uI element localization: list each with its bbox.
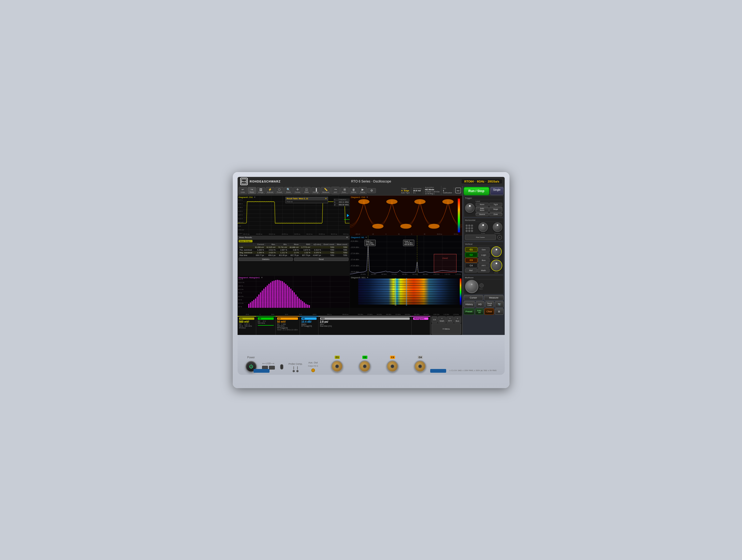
diagram-ch1-x-axis: -66.24 ns-49.68 ns-33.12 ns-16.55 ns16.5…: [243, 233, 349, 235]
connector-c2: C2: [359, 356, 371, 372]
camera-action-button[interactable]: 📷: [495, 301, 504, 307]
svg-rect-84: [251, 301, 253, 308]
clear-button[interactable]: Clear: [484, 308, 494, 315]
multiuse-knob[interactable]: [465, 280, 478, 293]
svg-rect-116: [305, 304, 307, 308]
connector-c3: C3: [386, 356, 398, 372]
settings-button[interactable]: ⚙: [367, 188, 376, 193]
multiuse-section: Multiuse Next: [464, 275, 504, 294]
horizontal-position-knob[interactable]: [493, 222, 502, 232]
cursor-action-button[interactable]: Cursor: [464, 295, 483, 300]
warning-text: ⚠ C1-C4: 1MΩ: ≤ 150V RMS, ≤ 200V pk; 50Ω…: [449, 370, 497, 372]
multiuse-sub-knob[interactable]: [479, 283, 484, 288]
zone-trigger-button[interactable]: Zone: [489, 213, 502, 216]
blue-foot-right: [430, 369, 446, 373]
bus-channel-button[interactable]: +Bus: [454, 317, 461, 323]
diagram-histogram-x-axis: -25 %025 %50 %75 %100 %551.2 µ954.83 nA: [246, 314, 349, 315]
ch4-button[interactable]: C4: [431, 317, 437, 323]
c3-vert-button[interactable]: C3: [465, 258, 478, 263]
bus-vert-button[interactable]: Bus: [478, 258, 489, 263]
image-button[interactable]: 🖼Image: [257, 187, 265, 194]
math-channel-button[interactable]: +Math: [438, 317, 446, 323]
horizontal-scale-knob[interactable]: [478, 222, 488, 232]
reset-button[interactable]: Reset: [294, 258, 349, 261]
c4-vert-button[interactable]: C4: [465, 263, 478, 268]
diagram-sg1-close[interactable]: ✕: [367, 276, 368, 279]
channel-strip: C1 560 mV/ DC 1.67 V 50 Ω 500 MHz RTZ510…: [237, 316, 462, 335]
svg-text:-37.44 dBm: -37.44 dBm: [351, 259, 359, 261]
gen-button[interactable]: Gen: [478, 247, 489, 252]
result-table-close[interactable]: ✕: [325, 198, 327, 200]
diagram-ch3-close[interactable]: ✕: [366, 196, 368, 199]
run-stop-button[interactable]: Run / Stop: [464, 187, 489, 195]
fft-button[interactable]: 〜FFT: [331, 187, 340, 194]
svg-rect-117: [307, 304, 308, 308]
vertical-position-knob[interactable]: [491, 246, 502, 257]
svg-text:112.5 %: 112.5 %: [238, 281, 245, 283]
source-button[interactable]: Source: [476, 213, 489, 216]
cursor-button[interactable]: ✛Cursor: [293, 187, 302, 194]
svg-rect-100: [278, 280, 279, 308]
horizontal-section-label: Horizontal: [465, 219, 502, 222]
redo-button[interactable]: ↪Redo: [248, 187, 256, 194]
peak-list-label: Peak list: [286, 200, 328, 203]
ref-button[interactable]: Ref: [465, 268, 477, 272]
preset-button[interactable]: ⬡Preset: [275, 187, 283, 194]
svg-rect-127: [358, 295, 459, 297]
preset-action-button[interactable]: Preset: [464, 308, 474, 315]
demo-button[interactable]: ▶Demo: [358, 187, 367, 194]
trigger-section: Trigger Level Norm Trg'd AutoNorm Slop: [464, 196, 504, 217]
usb-port-2: [269, 366, 275, 370]
trigger-level-knob[interactable]: [465, 203, 475, 213]
statistics-button[interactable]: Statistics: [238, 258, 293, 261]
result-table-header: Result Table: Meas 2, 12 ✕: [286, 197, 328, 200]
info-section: Info 1 Notification: [441, 187, 454, 194]
diagram-m1-close[interactable]: ✕: [365, 236, 367, 239]
audio-jack: [280, 364, 283, 370]
channel-c3-box: C3 50 mV/ DC 1 MΩ 500 MHz FFTmag(C3) RBW…: [276, 316, 300, 335]
trgd-button[interactable]: Trg'd: [489, 203, 502, 206]
connector-c1: C1: [331, 356, 343, 372]
single-button[interactable]: Single: [490, 187, 504, 195]
grid-view-button[interactable]: ⊞: [495, 308, 504, 315]
svg-rect-98: [275, 280, 276, 308]
svg-rect-123: [358, 286, 459, 288]
math-vert-button[interactable]: Math: [478, 268, 489, 272]
toolbar: ↩Undo ↪Redo 🖼Image ⚡Autoset ⬡Preset 🔍Zoo…: [237, 186, 462, 195]
zoom-knob-small[interactable]: +: [497, 235, 502, 240]
menu-button[interactable]: ≡ Menu: [431, 324, 461, 334]
meas-results-close[interactable]: ✕: [346, 236, 348, 239]
measure-button[interactable]: 📏Measure: [321, 187, 331, 194]
auto-norm-button[interactable]: AutoNorm: [476, 207, 489, 212]
svg-point-32: [358, 199, 370, 204]
vertical-scale-knob[interactable]: [491, 260, 502, 271]
svg-rect-126: [358, 293, 459, 295]
mask-button[interactable]: ◫Mask: [302, 187, 311, 194]
measure-action-button[interactable]: Measure: [484, 295, 504, 300]
hd-button[interactable]: HD: [476, 301, 484, 307]
svg-rect-91: [263, 289, 264, 308]
c1-vert-button[interactable]: C1: [465, 247, 478, 252]
zoom-button[interactable]: 🔍Zoom: [284, 187, 293, 194]
slope-button[interactable]: Slope: [489, 207, 502, 212]
touch-lock-button[interactable]: Touch Lock: [485, 301, 494, 307]
fine-coarse-button[interactable]: Fine Coarse: [465, 235, 496, 240]
trigger-info: Trigger A: Edge Auto Trg'd: [400, 187, 412, 194]
delete-button[interactable]: 🗑Delete: [349, 187, 358, 194]
c2-vert-button[interactable]: C2: [465, 253, 478, 257]
brand-name: ROHDE&SCHWARZ: [250, 180, 281, 183]
fft-channel-button[interactable]: +FFT: [446, 317, 454, 323]
autoset-action-button[interactable]: Auto-set: [475, 308, 484, 315]
autoset-button[interactable]: ⚡Autoset: [266, 187, 275, 194]
fft-vert-button[interactable]: FFT: [478, 263, 489, 268]
norm-button[interactable]: Norm: [476, 203, 489, 206]
diagram-sg1: Diagram5: SG1 ✕: [350, 276, 462, 316]
logic-button[interactable]: Logic: [478, 253, 489, 257]
probe-comp-section: Probe Comp.: [289, 362, 303, 372]
zone-button[interactable]: ⊞Zone...: [340, 187, 349, 194]
diagram-ch1-close[interactable]: ✕: [254, 196, 256, 199]
diagram-histogram-close[interactable]: ✕: [261, 276, 263, 279]
history-button[interactable]: History: [464, 301, 475, 307]
undo-button[interactable]: ↩Undo: [238, 187, 247, 194]
histogram-button[interactable]: ▐Histogr.: [311, 187, 320, 194]
